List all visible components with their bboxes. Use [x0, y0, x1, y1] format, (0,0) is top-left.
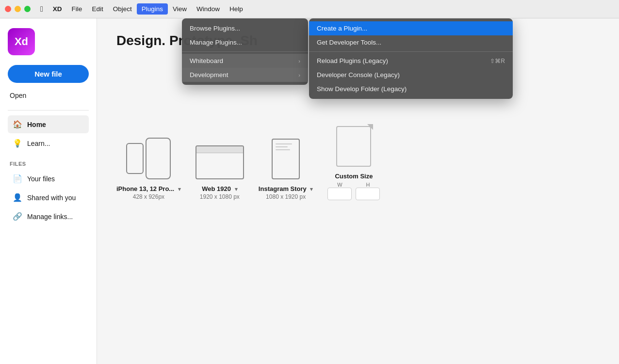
web-template-size: 1920 x 1080 px — [200, 193, 240, 200]
web-template-name: Web 1920 ▾ — [202, 185, 237, 192]
menu-manage-plugins[interactable]: Manage Plugins... — [182, 35, 308, 49]
menubar:  XD File Edit Object Plugins View Windo… — [0, 0, 619, 18]
whiteboard-chevron-icon: › — [298, 58, 300, 64]
height-input-group: H — [356, 182, 380, 200]
home-icon: 🏠 — [13, 120, 22, 129]
learn-icon: 💡 — [13, 139, 22, 148]
menubar-xd[interactable]: XD — [48, 3, 67, 15]
menubar-plugins[interactable]: Plugins — [137, 3, 168, 15]
menu-show-develop-folder[interactable]: Show Develop Folder (Legacy) — [309, 82, 513, 96]
custom-preview — [336, 126, 371, 167]
custom-preview-box — [336, 126, 371, 167]
instagram-template-name: Instagram Story ▾ — [259, 185, 313, 192]
preview-line-2 — [276, 146, 288, 147]
iphone-template-name: iPhone 13, 12 Pro... ▾ — [116, 185, 181, 192]
web-preview-box — [195, 145, 244, 179]
iphone-large-shape — [146, 138, 171, 179]
preview-line-3 — [276, 149, 290, 150]
sidebar-item-manage-links[interactable]: 🔗 Manage links... — [8, 207, 89, 225]
height-input[interactable] — [356, 188, 380, 200]
menubar-window[interactable]: Window — [192, 3, 225, 15]
menubar-view[interactable]: View — [168, 3, 192, 15]
close-button[interactable] — [5, 6, 11, 12]
shared-label: Shared with you — [27, 194, 76, 202]
template-custom[interactable]: Custom Size W H — [327, 126, 380, 200]
sidebar-item-shared[interactable]: 👤 Shared with you — [8, 189, 89, 206]
template-iphone[interactable]: iPhone 13, 12 Pro... ▾ 428 x 926px — [116, 138, 181, 200]
web-preview-bar — [196, 146, 243, 153]
menu-get-dev-tools[interactable]: Get Developer Tools... — [309, 35, 513, 49]
web-dropdown-icon[interactable]: ▾ — [235, 186, 238, 192]
instagram-dropdown-icon[interactable]: ▾ — [310, 186, 313, 192]
menu-development[interactable]: Development › — [182, 68, 308, 82]
instagram-preview — [272, 139, 300, 179]
instagram-template-size: 1080 x 1920 px — [266, 193, 306, 200]
your-files-label: Your files — [27, 175, 55, 183]
logo-text: Xd — [15, 35, 28, 48]
sidebar: Xd New file Open 🏠 Home 💡 Learn... FILES… — [0, 18, 97, 364]
iphone-preview — [126, 138, 171, 179]
custom-template-name: Custom Size — [335, 173, 373, 180]
sidebar-item-home[interactable]: 🏠 Home — [8, 115, 89, 133]
menubar-help[interactable]: Help — [225, 3, 248, 15]
new-file-button[interactable]: New file — [8, 65, 89, 83]
custom-size-inputs: W H — [327, 182, 380, 200]
sidebar-item-your-files[interactable]: 📄 Your files — [8, 170, 89, 188]
template-instagram[interactable]: Instagram Story ▾ 1080 x 1920 px — [259, 139, 313, 200]
development-submenu: Create a Plugin... Get Developer Tools..… — [309, 18, 513, 99]
iphone-dropdown-icon[interactable]: ▾ — [178, 186, 181, 192]
instagram-preview-box — [272, 139, 300, 179]
menu-whiteboard[interactable]: Whiteboard › — [182, 54, 308, 68]
sidebar-learn-label: Learn... — [27, 140, 50, 147]
templates-row: iPhone 13, 12 Pro... ▾ 428 x 926px Web 1… — [116, 126, 600, 200]
file-icon: 📄 — [13, 174, 22, 183]
menubar-edit[interactable]: Edit — [87, 3, 108, 15]
menu-separator-1 — [182, 51, 308, 52]
link-icon: 🔗 — [13, 212, 22, 221]
menu-dev-console[interactable]: Developer Console (Legacy) — [309, 68, 513, 82]
width-label: W — [337, 182, 342, 188]
open-label: Open — [8, 92, 89, 99]
plugins-menu: Browse Plugins... Manage Plugins... Whit… — [182, 18, 308, 85]
preview-line-1 — [276, 143, 292, 144]
iphone-small-shape — [126, 143, 144, 174]
custom-corner-icon — [365, 124, 373, 132]
development-chevron-icon: › — [298, 72, 300, 78]
manage-links-label: Manage links... — [27, 213, 73, 221]
iphone-preview-shapes — [126, 138, 171, 179]
template-web[interactable]: Web 1920 ▾ 1920 x 1080 px — [195, 145, 244, 200]
dev-menu-separator — [309, 51, 513, 52]
shared-icon: 👤 — [13, 193, 22, 202]
iphone-template-size: 428 x 926px — [133, 193, 164, 200]
files-section-label: FILES — [8, 153, 89, 170]
web-preview — [195, 145, 244, 179]
width-input[interactable] — [327, 188, 352, 200]
menubar-object[interactable]: Object — [108, 3, 137, 15]
height-label: H — [366, 182, 370, 188]
instagram-preview-lines — [273, 140, 299, 154]
menu-create-plugin[interactable]: Create a Plugin... — [309, 21, 513, 35]
minimize-button[interactable] — [15, 6, 21, 12]
reload-shortcut: ⇧⌘R — [490, 58, 505, 64]
menu-reload-plugins[interactable]: Reload Plugins (Legacy) ⇧⌘R — [309, 54, 513, 68]
menubar-file[interactable]: File — [67, 3, 87, 15]
xd-logo: Xd — [8, 28, 35, 55]
maximize-button[interactable] — [24, 6, 31, 12]
sidebar-home-label: Home — [27, 121, 46, 128]
sidebar-item-learn[interactable]: 💡 Learn... — [8, 134, 89, 152]
menu-browse-plugins[interactable]: Browse Plugins... — [182, 21, 308, 35]
apple-menu[interactable]:  — [35, 3, 48, 16]
sidebar-divider-top — [8, 110, 89, 111]
traffic-lights — [5, 6, 31, 12]
width-input-group: W — [327, 182, 352, 200]
